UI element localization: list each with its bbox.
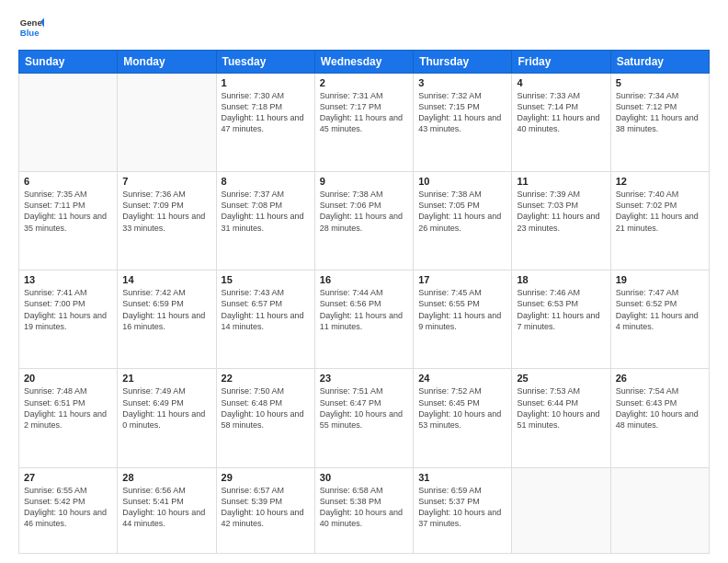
day-number: 30 xyxy=(320,472,408,483)
day-number: 6 xyxy=(24,176,112,187)
day-number: 13 xyxy=(24,274,112,285)
calendar-cell: 31Sunrise: 6:59 AM Sunset: 5:37 PM Dayli… xyxy=(414,467,512,554)
day-number: 18 xyxy=(517,274,605,285)
calendar-cell: 29Sunrise: 6:57 AM Sunset: 5:39 PM Dayli… xyxy=(216,467,314,554)
day-number: 9 xyxy=(320,176,408,187)
weekday-header-tuesday: Tuesday xyxy=(216,51,314,74)
day-info: Sunrise: 6:55 AM Sunset: 5:42 PM Dayligh… xyxy=(24,485,112,530)
day-info: Sunrise: 7:40 AM Sunset: 7:02 PM Dayligh… xyxy=(616,189,704,234)
day-number: 29 xyxy=(222,472,310,483)
day-info: Sunrise: 7:42 AM Sunset: 6:59 PM Dayligh… xyxy=(122,287,210,332)
day-info: Sunrise: 7:35 AM Sunset: 7:11 PM Dayligh… xyxy=(24,189,112,234)
day-number: 3 xyxy=(418,77,506,88)
calendar-cell: 22Sunrise: 7:50 AM Sunset: 6:48 PM Dayli… xyxy=(216,369,314,467)
day-number: 10 xyxy=(418,176,506,187)
logo-icon: General Blue xyxy=(18,15,44,40)
header: General Blue xyxy=(18,15,710,40)
calendar-cell: 23Sunrise: 7:51 AM Sunset: 6:47 PM Dayli… xyxy=(314,369,413,467)
day-info: Sunrise: 7:37 AM Sunset: 7:08 PM Dayligh… xyxy=(222,189,310,234)
day-number: 22 xyxy=(222,373,310,384)
day-info: Sunrise: 7:38 AM Sunset: 7:06 PM Dayligh… xyxy=(320,189,408,234)
day-number: 27 xyxy=(24,472,112,483)
weekday-header-friday: Friday xyxy=(512,51,610,74)
day-number: 1 xyxy=(222,77,310,88)
day-info: Sunrise: 6:59 AM Sunset: 5:37 PM Dayligh… xyxy=(418,485,506,530)
calendar-cell: 1Sunrise: 7:30 AM Sunset: 7:18 PM Daylig… xyxy=(216,74,314,172)
day-number: 2 xyxy=(320,77,408,88)
day-info: Sunrise: 7:51 AM Sunset: 6:47 PM Dayligh… xyxy=(320,385,408,431)
calendar-cell: 30Sunrise: 6:58 AM Sunset: 5:38 PM Dayli… xyxy=(314,467,413,554)
day-info: Sunrise: 7:53 AM Sunset: 6:44 PM Dayligh… xyxy=(517,385,605,431)
calendar-cell xyxy=(118,74,216,172)
logo: General Blue xyxy=(18,15,44,40)
calendar-cell: 26Sunrise: 7:54 AM Sunset: 6:43 PM Dayli… xyxy=(610,369,709,467)
day-info: Sunrise: 7:54 AM Sunset: 6:43 PM Dayligh… xyxy=(616,385,704,431)
calendar-cell: 15Sunrise: 7:43 AM Sunset: 6:57 PM Dayli… xyxy=(216,270,314,369)
day-info: Sunrise: 7:44 AM Sunset: 6:56 PM Dayligh… xyxy=(320,287,408,332)
day-number: 31 xyxy=(418,472,506,483)
calendar-cell: 3Sunrise: 7:32 AM Sunset: 7:15 PM Daylig… xyxy=(414,74,512,172)
calendar-cell: 14Sunrise: 7:42 AM Sunset: 6:59 PM Dayli… xyxy=(118,270,216,369)
day-number: 15 xyxy=(222,274,310,285)
calendar-week-1: 6Sunrise: 7:35 AM Sunset: 7:11 PM Daylig… xyxy=(19,172,710,270)
calendar-week-3: 20Sunrise: 7:48 AM Sunset: 6:51 PM Dayli… xyxy=(19,369,710,467)
calendar-week-2: 13Sunrise: 7:41 AM Sunset: 7:00 PM Dayli… xyxy=(19,270,710,369)
calendar-cell: 18Sunrise: 7:46 AM Sunset: 6:53 PM Dayli… xyxy=(512,270,610,369)
day-info: Sunrise: 7:32 AM Sunset: 7:15 PM Dayligh… xyxy=(418,90,506,135)
calendar-cell: 28Sunrise: 6:56 AM Sunset: 5:41 PM Dayli… xyxy=(118,467,216,554)
calendar-cell: 6Sunrise: 7:35 AM Sunset: 7:11 PM Daylig… xyxy=(19,172,118,270)
day-number: 8 xyxy=(222,176,310,187)
day-number: 28 xyxy=(122,472,210,483)
calendar-cell: 21Sunrise: 7:49 AM Sunset: 6:49 PM Dayli… xyxy=(118,369,216,467)
calendar-cell: 10Sunrise: 7:38 AM Sunset: 7:05 PM Dayli… xyxy=(414,172,512,270)
calendar-cell: 4Sunrise: 7:33 AM Sunset: 7:14 PM Daylig… xyxy=(512,74,610,172)
day-number: 26 xyxy=(616,373,704,384)
day-info: Sunrise: 7:30 AM Sunset: 7:18 PM Dayligh… xyxy=(222,90,310,135)
day-info: Sunrise: 6:57 AM Sunset: 5:39 PM Dayligh… xyxy=(222,485,310,530)
weekday-header-thursday: Thursday xyxy=(414,51,512,74)
day-info: Sunrise: 7:50 AM Sunset: 6:48 PM Dayligh… xyxy=(222,385,310,431)
calendar-cell: 24Sunrise: 7:52 AM Sunset: 6:45 PM Dayli… xyxy=(414,369,512,467)
day-number: 24 xyxy=(418,373,506,384)
calendar-cell: 16Sunrise: 7:44 AM Sunset: 6:56 PM Dayli… xyxy=(314,270,413,369)
svg-text:Blue: Blue xyxy=(20,28,40,38)
day-info: Sunrise: 7:34 AM Sunset: 7:12 PM Dayligh… xyxy=(616,90,704,135)
weekday-header-saturday: Saturday xyxy=(610,51,709,74)
calendar-cell: 11Sunrise: 7:39 AM Sunset: 7:03 PM Dayli… xyxy=(512,172,610,270)
day-info: Sunrise: 7:31 AM Sunset: 7:17 PM Dayligh… xyxy=(320,90,408,135)
weekday-header-wednesday: Wednesday xyxy=(314,51,413,74)
calendar-cell xyxy=(610,467,709,554)
calendar-cell: 2Sunrise: 7:31 AM Sunset: 7:17 PM Daylig… xyxy=(314,74,413,172)
calendar-cell: 5Sunrise: 7:34 AM Sunset: 7:12 PM Daylig… xyxy=(610,74,709,172)
weekday-header-monday: Monday xyxy=(118,51,216,74)
calendar-cell: 8Sunrise: 7:37 AM Sunset: 7:08 PM Daylig… xyxy=(216,172,314,270)
day-number: 25 xyxy=(517,373,605,384)
calendar-cell: 20Sunrise: 7:48 AM Sunset: 6:51 PM Dayli… xyxy=(19,369,118,467)
day-number: 23 xyxy=(320,373,408,384)
day-info: Sunrise: 7:33 AM Sunset: 7:14 PM Dayligh… xyxy=(517,90,605,135)
calendar-cell: 27Sunrise: 6:55 AM Sunset: 5:42 PM Dayli… xyxy=(19,467,118,554)
day-info: Sunrise: 7:38 AM Sunset: 7:05 PM Dayligh… xyxy=(418,189,506,234)
day-number: 5 xyxy=(616,77,704,88)
calendar-cell: 7Sunrise: 7:36 AM Sunset: 7:09 PM Daylig… xyxy=(118,172,216,270)
day-info: Sunrise: 7:49 AM Sunset: 6:49 PM Dayligh… xyxy=(122,385,210,431)
day-info: Sunrise: 7:36 AM Sunset: 7:09 PM Dayligh… xyxy=(122,189,210,234)
calendar-cell: 9Sunrise: 7:38 AM Sunset: 7:06 PM Daylig… xyxy=(314,172,413,270)
calendar-cell: 13Sunrise: 7:41 AM Sunset: 7:00 PM Dayli… xyxy=(19,270,118,369)
calendar-cell: 12Sunrise: 7:40 AM Sunset: 7:02 PM Dayli… xyxy=(610,172,709,270)
calendar-cell xyxy=(19,74,118,172)
day-number: 21 xyxy=(122,373,210,384)
day-number: 16 xyxy=(320,274,408,285)
day-info: Sunrise: 7:41 AM Sunset: 7:00 PM Dayligh… xyxy=(24,287,112,332)
day-number: 4 xyxy=(517,77,605,88)
weekday-header-row: SundayMondayTuesdayWednesdayThursdayFrid… xyxy=(19,51,710,74)
day-info: Sunrise: 6:56 AM Sunset: 5:41 PM Dayligh… xyxy=(122,485,210,530)
day-number: 17 xyxy=(418,274,506,285)
day-number: 20 xyxy=(24,373,112,384)
day-info: Sunrise: 6:58 AM Sunset: 5:38 PM Dayligh… xyxy=(320,485,408,530)
day-number: 14 xyxy=(122,274,210,285)
day-info: Sunrise: 7:47 AM Sunset: 6:52 PM Dayligh… xyxy=(616,287,704,332)
calendar-week-0: 1Sunrise: 7:30 AM Sunset: 7:18 PM Daylig… xyxy=(19,74,710,172)
day-number: 11 xyxy=(517,176,605,187)
day-info: Sunrise: 7:46 AM Sunset: 6:53 PM Dayligh… xyxy=(517,287,605,332)
